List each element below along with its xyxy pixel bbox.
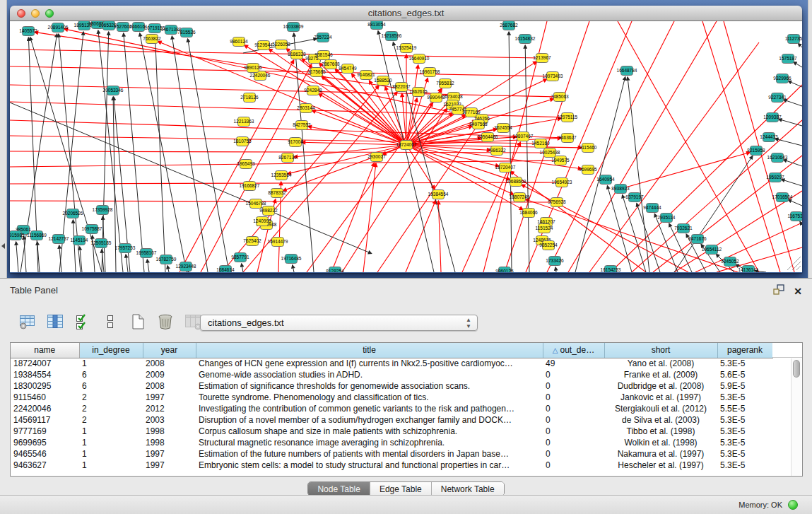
table-cell[interactable]: 1998: [143, 426, 196, 437]
table-selector-dropdown[interactable]: citations_edges.txt ▲▼: [200, 315, 478, 331]
table-row[interactable]: 1872400712008Changes of HCN gene express…: [11, 358, 772, 369]
table-cell[interactable]: 2003: [143, 414, 196, 426]
table-cell[interactable]: Wolkin et al. (1998): [604, 437, 717, 448]
table-cell[interactable]: 5.3E-5: [717, 426, 772, 437]
table-cell[interactable]: 5.3E-5: [717, 437, 772, 448]
zoom-window-button[interactable]: [45, 9, 54, 18]
graph-edge[interactable]: [10, 201, 557, 202]
graph-edge[interactable]: [509, 32, 512, 272]
graph-edge[interactable]: [73, 220, 76, 272]
table-cell[interactable]: 1997: [143, 392, 196, 403]
close-panel-icon[interactable]: ✕: [794, 286, 802, 296]
table-row[interactable]: 911546021997Tourette syndrome. Phenomeno…: [11, 392, 772, 403]
table-cell[interactable]: Structural magnetic resonance image aver…: [196, 437, 543, 448]
table-cell[interactable]: 49: [543, 358, 604, 369]
table-cell[interactable]: Changes of HCN gene expression and I(f) …: [196, 358, 543, 369]
table-cell[interactable]: 9115460: [11, 392, 79, 403]
network-canvas[interactable]: 1872400715325419166409101696175879558121…: [10, 21, 802, 272]
table-row[interactable]: 946362711997Embryonic stem cells: a mode…: [11, 460, 772, 471]
table-cell[interactable]: 14569117: [11, 414, 79, 426]
graph-edge[interactable]: [784, 160, 802, 166]
graph-edge[interactable]: [155, 35, 165, 272]
graph-edge[interactable]: [363, 163, 376, 272]
table-row[interactable]: 946554611997Estimation of the future num…: [11, 448, 772, 460]
table-scrollbar[interactable]: [791, 358, 801, 476]
table-cell[interactable]: Franke et al. (2009): [604, 369, 717, 380]
table-row[interactable]: 969969511998Structural magnetic resonanc…: [11, 437, 772, 448]
table-cell[interactable]: Estimation of significance thresholds fo…: [196, 380, 543, 392]
table-cell[interactable]: 0: [543, 460, 604, 471]
graph-edge[interactable]: [16, 242, 18, 272]
column-header-in_degree[interactable]: in_degree: [79, 343, 143, 358]
table-cell[interactable]: 0: [543, 380, 604, 392]
select-columns-icon[interactable]: [45, 312, 66, 332]
table-cell[interactable]: 9699695: [11, 437, 79, 448]
merge-rows-icon[interactable]: [100, 312, 121, 332]
table-cell[interactable]: Jankovic et al. (1997): [604, 392, 717, 403]
graph-edge[interactable]: [618, 21, 759, 272]
table-cell[interactable]: 18724007: [11, 358, 79, 369]
graph-edge[interactable]: [293, 265, 294, 272]
graph-edge[interactable]: [172, 36, 208, 272]
table-row[interactable]: 2242004622012Investigating the contribut…: [11, 403, 772, 414]
graph-edge[interactable]: [10, 182, 562, 184]
table-cell[interactable]: 5.3E-5: [717, 392, 772, 403]
graph-edge[interactable]: [775, 139, 802, 146]
table-cell[interactable]: 5.6E-5: [717, 369, 772, 380]
float-panel-icon[interactable]: [772, 284, 784, 298]
table-cell[interactable]: Genome-wide association studies in ADHD.: [196, 369, 543, 380]
graph-edge[interactable]: [628, 77, 649, 272]
graph-edge[interactable]: [126, 255, 128, 272]
network-window[interactable]: citations_edges.txt 18724007153254191664…: [10, 6, 802, 273]
table-cell[interactable]: Disruption of a novel member of a sodium…: [196, 414, 543, 426]
graph-edge[interactable]: [620, 152, 750, 189]
table-row[interactable]: 977716911998Corpus callosum shape and si…: [11, 426, 772, 437]
network-window-titlebar[interactable]: citations_edges.txt: [10, 6, 802, 21]
table-cell[interactable]: 0: [543, 448, 604, 460]
table-cell[interactable]: 1: [79, 358, 143, 369]
graph-edge[interactable]: [10, 49, 542, 58]
tab-network-table[interactable]: Network Table: [431, 482, 504, 496]
table-settings-icon[interactable]: [17, 312, 38, 332]
table-cell[interactable]: 1997: [143, 448, 196, 460]
column-header-out_de[interactable]: △out_de…: [543, 343, 604, 358]
column-header-name[interactable]: name: [11, 343, 79, 358]
table-cell[interactable]: Yano et al. (2008): [604, 358, 717, 369]
graph-edge[interactable]: [575, 77, 625, 272]
graph-edge[interactable]: [674, 156, 753, 272]
table-cell[interactable]: 6: [79, 369, 143, 380]
window-resize-grip[interactable]: [787, 257, 801, 270]
column-header-short[interactable]: short: [604, 343, 717, 358]
table-cell[interactable]: de Silva et al. (2003): [604, 414, 717, 426]
graph-edge[interactable]: [243, 92, 397, 272]
collapse-pane-arrow-icon[interactable]: [1, 243, 5, 249]
column-header-title[interactable]: title: [196, 343, 543, 358]
table-cell[interactable]: 22420046: [11, 403, 79, 414]
table-cell[interactable]: 1998: [143, 437, 196, 448]
tab-edge-table[interactable]: Edge Table: [370, 482, 431, 496]
graph-edge[interactable]: [702, 21, 780, 272]
table-cell[interactable]: 0: [543, 403, 604, 414]
table-cell[interactable]: 19384554: [11, 369, 79, 380]
graph-edge[interactable]: [788, 200, 802, 206]
table-cell[interactable]: Corpus callosum shape and size in male p…: [196, 426, 543, 437]
table-cell[interactable]: 9463627: [11, 460, 79, 471]
table-row[interactable]: 1456911722003Disruption of a novel membe…: [11, 414, 772, 426]
table-cell[interactable]: 18300295: [11, 380, 79, 392]
graph-edge[interactable]: [10, 85, 560, 97]
table-cell[interactable]: 0: [543, 437, 604, 448]
table-cell[interactable]: 2: [79, 392, 143, 403]
graph-edge[interactable]: [794, 62, 802, 67]
table-cell[interactable]: 2: [79, 403, 143, 414]
graph-edge[interactable]: [798, 43, 802, 47]
table-cell[interactable]: 2012: [143, 403, 196, 414]
graph-edge[interactable]: [242, 264, 243, 272]
table-cell[interactable]: Investigating the contribution of common…: [196, 403, 543, 414]
column-header-pagerank[interactable]: pagerank: [717, 343, 772, 358]
table-cell[interactable]: Tourette syndrome. Phenomenology and cla…: [196, 392, 543, 403]
graph-edge[interactable]: [167, 266, 169, 272]
table-cell[interactable]: 1: [79, 460, 143, 471]
select-all-icon[interactable]: [72, 312, 93, 332]
table-cell[interactable]: 5.3E-5: [717, 414, 772, 426]
graph-edge[interactable]: [784, 100, 802, 106]
